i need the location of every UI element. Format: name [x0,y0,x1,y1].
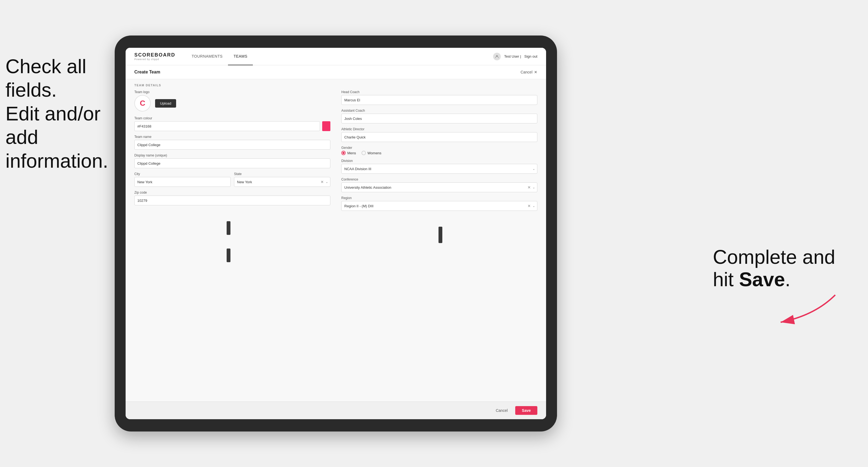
annotation-right: Complete and hit Save. [713,246,835,290]
team-colour-field: Team colour [134,116,330,131]
side-button-1 [227,221,230,235]
city-field: City [134,172,231,187]
gender-mens-option[interactable]: Mens [341,151,356,155]
zip-label: Zip code [134,191,330,194]
cancel-header-button[interactable]: Cancel ✕ [520,70,537,74]
region-label: Region [341,196,537,200]
gender-mens-label: Mens [347,151,356,155]
head-coach-field: Head Coach [341,90,537,105]
athletic-director-input[interactable] [341,132,537,142]
display-name-input[interactable] [134,158,330,168]
state-label: State [234,172,330,176]
athletic-director-field: Athletic Director [341,127,537,142]
section-label: TEAM DETAILS [134,79,537,90]
gender-row: Mens Womens [341,151,537,155]
gender-womens-option[interactable]: Womens [362,151,381,155]
conference-field: Conference University Athletic Associati… [341,178,537,192]
tablet-screen: SCOREBOARD Powered by clippd TOURNAMENTS… [126,48,546,419]
assistant-coach-input[interactable] [341,114,537,123]
conference-label: Conference [341,178,537,181]
gender-label: Gender [341,146,537,150]
assistant-coach-label: Assistant Coach [341,109,537,113]
save-button[interactable]: Save [515,406,537,415]
nav-tournaments[interactable]: TOURNAMENTS [186,48,228,65]
nav-teams[interactable]: TEAMS [228,48,253,65]
division-select-wrapper: NCAA Division III ⌄ [341,164,537,174]
main-content: TEAM DETAILS Team logo C Upload [126,79,546,401]
state-select-wrapper: New York ✕ ⌄ [234,177,330,187]
mens-radio-circle [341,151,346,155]
division-field: Division NCAA Division III ⌄ [341,159,537,174]
form-footer: Cancel Save [126,401,546,419]
annotation-right-bold: Save [739,269,785,290]
form-header: Create Team Cancel ✕ [126,65,546,79]
state-field: State New York ✕ ⌄ [234,172,330,187]
state-select[interactable]: New York [234,177,330,187]
sign-out-link[interactable]: Sign out [524,54,537,58]
logo-circle: C [134,95,151,112]
form-title: Create Team [134,70,160,74]
assistant-coach-field: Assistant Coach [341,109,537,123]
conference-clear-icon[interactable]: ✕ [528,185,531,190]
cancel-label: Cancel [520,70,532,74]
conference-select[interactable]: University Athletic Association [341,182,537,192]
team-colour-input[interactable] [134,121,320,131]
color-input-row [134,121,330,131]
side-button-power [438,227,442,243]
region-select-wrapper: Region II - (M) DIII ✕ ⌄ [341,201,537,211]
annotation-right-line1: Complete and [713,246,835,268]
color-swatch [322,121,330,131]
user-avatar [493,53,501,60]
logo-main: SCOREBOARD [134,52,175,58]
head-coach-input[interactable] [341,95,537,105]
zip-input[interactable] [134,195,330,206]
logo-upload-area: C Upload [134,95,330,112]
form-grid: Team logo C Upload Team colour [134,90,537,211]
arrow-right-icon [764,289,841,328]
navbar: SCOREBOARD Powered by clippd TOURNAMENTS… [126,48,546,65]
annotation-line2: Edit and/or add [5,103,100,148]
logo-area: SCOREBOARD Powered by clippd [134,52,175,61]
tablet-frame: SCOREBOARD Powered by clippd TOURNAMENTS… [115,35,557,432]
conference-select-wrapper: University Athletic Association ✕ ⌄ [341,182,537,192]
nav-links: TOURNAMENTS TEAMS [186,48,493,65]
gender-womens-label: Womens [368,151,381,155]
upload-button[interactable]: Upload [155,99,176,107]
team-name-input[interactable] [134,140,330,150]
display-name-field: Display name (unique) [134,154,330,168]
nav-right: Test User | Sign out [493,53,537,60]
division-label: Division [341,159,537,163]
form-right: Head Coach Assistant Coach Athletic Dire… [341,90,537,211]
team-logo-field: Team logo C Upload [134,90,330,113]
annotation-left: Check all fields. Edit and/or add inform… [5,55,115,173]
annotation-line1: Check all fields. [5,56,86,101]
team-name-label: Team name [134,135,330,139]
state-clear-icon[interactable]: ✕ [320,180,324,184]
city-input[interactable] [134,177,231,187]
team-logo-label: Team logo [134,90,330,94]
team-colour-label: Team colour [134,116,330,120]
form-left: Team logo C Upload Team colour [134,90,330,211]
gender-field: Gender Mens Womens [341,146,537,155]
annotation-line3: information. [5,150,108,172]
annotation-right-end: . [785,269,790,290]
annotation-right-line2: hit [713,269,739,290]
team-name-field: Team name [134,135,330,150]
city-state-group: City State New York ✕ [134,172,330,187]
close-icon: ✕ [534,70,537,74]
logo-sub: Powered by clippd [134,58,175,61]
city-label: City [134,172,231,176]
cancel-button[interactable]: Cancel [492,406,512,415]
head-coach-label: Head Coach [341,90,537,94]
region-clear-icon[interactable]: ✕ [528,204,531,208]
form-body: TEAM DETAILS Team logo C Upload [126,79,546,220]
womens-radio-circle [362,151,366,155]
city-state-row: City State New York ✕ [134,172,330,187]
zip-field: Zip code [134,191,330,206]
division-select[interactable]: NCAA Division III [341,164,537,174]
region-select[interactable]: Region II - (M) DIII [341,201,537,211]
user-name: Test User | [504,54,521,58]
athletic-director-label: Athletic Director [341,127,537,131]
mens-radio-dot [342,152,345,154]
side-button-2 [227,249,230,262]
